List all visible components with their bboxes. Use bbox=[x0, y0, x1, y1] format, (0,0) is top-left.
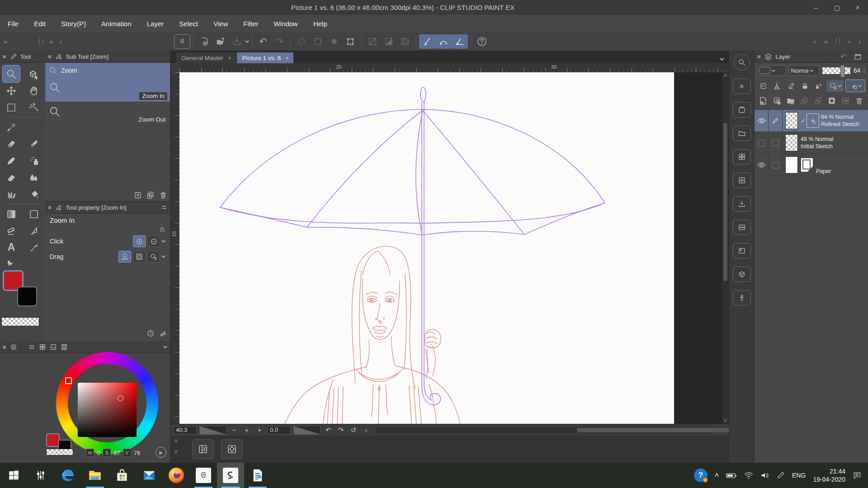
object-tool[interactable] bbox=[25, 66, 42, 82]
scroll-down-icon[interactable]: ˅ bbox=[722, 418, 729, 424]
lock-layer-icon[interactable] bbox=[799, 80, 811, 92]
create-layer-mask-icon[interactable] bbox=[826, 95, 838, 107]
rotate-slider[interactable] bbox=[293, 426, 321, 435]
delete-subtool-icon[interactable] bbox=[159, 191, 167, 199]
show-slider-icon[interactable] bbox=[161, 204, 167, 211]
menu-filter[interactable]: Filter bbox=[236, 15, 266, 32]
lock-transparent-pixels-icon[interactable] bbox=[813, 80, 825, 92]
marquee-tool[interactable] bbox=[3, 99, 20, 116]
mail-icon[interactable] bbox=[136, 463, 163, 488]
delete-layer-icon[interactable] bbox=[854, 95, 865, 107]
reselect-button[interactable] bbox=[310, 34, 326, 49]
layer-row-initial-sketch[interactable]: 48 % Normal Initial Sketch bbox=[755, 132, 868, 154]
reset-rotate-button[interactable]: ↺ bbox=[349, 426, 359, 435]
language-indicator[interactable]: ENG bbox=[792, 472, 806, 479]
duplicate-subtool-icon[interactable] bbox=[146, 191, 155, 199]
menu-edit[interactable]: Edit bbox=[26, 15, 53, 32]
tab-general-master[interactable]: General Master × bbox=[176, 52, 236, 63]
advanced-settings-icon[interactable] bbox=[159, 329, 167, 338]
layer-palette-color-dropdown[interactable] bbox=[757, 65, 786, 76]
import-subtool-icon[interactable] bbox=[134, 191, 142, 199]
color-panel-dropdown-icon[interactable] bbox=[163, 346, 167, 348]
pencil-tool[interactable] bbox=[25, 136, 42, 152]
material-grid-palette-icon[interactable] bbox=[733, 149, 751, 164]
blend-tool[interactable] bbox=[25, 169, 42, 186]
vertical-scroll-thumb[interactable] bbox=[723, 123, 727, 281]
layer-row-paper[interactable]: Paper bbox=[755, 154, 868, 176]
click-zoom-out-option[interactable] bbox=[147, 235, 160, 247]
rotate-right-button[interactable]: ↷ bbox=[336, 426, 346, 435]
subtool-item-zoom-out[interactable]: Zoom Out bbox=[45, 102, 170, 126]
opacity-value[interactable]: 64 bbox=[854, 67, 861, 74]
airbrush-tool[interactable] bbox=[25, 152, 42, 169]
color-panel-expand-icon[interactable]: ▶ bbox=[156, 447, 166, 458]
layer-visibility-icon[interactable] bbox=[755, 110, 769, 131]
sv-marker[interactable] bbox=[118, 395, 123, 401]
move-tool[interactable] bbox=[3, 82, 20, 99]
tone-palette-icon[interactable] bbox=[733, 173, 751, 188]
action-center-icon[interactable] bbox=[853, 471, 862, 480]
writer-document-icon[interactable] bbox=[244, 463, 271, 488]
strip-up-icon[interactable]: ˄ bbox=[174, 437, 178, 445]
reset-settings-icon[interactable] bbox=[146, 329, 155, 338]
fit-screen-button[interactable]: ▪ bbox=[255, 426, 264, 435]
mask-on-icon[interactable] bbox=[397, 34, 413, 49]
layer-thumbnail[interactable] bbox=[785, 112, 798, 129]
apply-mask-icon[interactable] bbox=[840, 95, 851, 107]
workspace-layout-button[interactable] bbox=[192, 439, 214, 459]
opacity-slider-handle[interactable] bbox=[840, 65, 845, 77]
menu-animation[interactable]: Animation bbox=[94, 15, 139, 32]
canvas-settings-button[interactable] bbox=[221, 439, 243, 459]
opacity-slider[interactable] bbox=[822, 67, 851, 75]
task-view-button[interactable] bbox=[27, 463, 54, 488]
collapse-left-icon[interactable]: « bbox=[4, 38, 7, 45]
menu-view[interactable]: View bbox=[206, 15, 236, 32]
layer-thumbnail[interactable] bbox=[785, 134, 798, 151]
transparent-chip[interactable] bbox=[46, 449, 73, 455]
pose-palette-icon[interactable] bbox=[733, 290, 751, 305]
collapse-nav-icon[interactable]: ‹ bbox=[361, 426, 371, 435]
horizontal-scrollbar[interactable] bbox=[376, 427, 714, 433]
animation-palette-icon[interactable] bbox=[854, 53, 862, 61]
brush-tool[interactable] bbox=[3, 152, 20, 169]
zoom-tool[interactable] bbox=[3, 66, 20, 82]
tab-list-dropdown-icon[interactable] bbox=[720, 58, 729, 63]
color-set-tab-icon[interactable] bbox=[39, 343, 46, 351]
tab-close-icon[interactable]: × bbox=[228, 55, 231, 61]
decoration-tool[interactable] bbox=[3, 186, 20, 202]
close-palette-icon[interactable]: × bbox=[733, 79, 751, 94]
get-help-tray-icon[interactable]: ? bbox=[694, 469, 708, 482]
redo-button[interactable]: ↷ bbox=[271, 34, 288, 49]
new-vector-layer-icon[interactable] bbox=[771, 95, 783, 107]
zoom-slider[interactable] bbox=[199, 426, 226, 435]
layer-thumbnail[interactable] bbox=[785, 156, 798, 174]
drag-options-dropdown-icon[interactable] bbox=[161, 255, 165, 258]
layer-visibility-toggle[interactable] bbox=[755, 132, 769, 154]
ruler-tool[interactable] bbox=[3, 222, 20, 239]
saturation-value-square[interactable] bbox=[78, 383, 137, 437]
download-palette-icon[interactable] bbox=[733, 196, 751, 211]
menu-file[interactable]: File bbox=[0, 15, 26, 32]
panel-menu-icon[interactable]: ≡ bbox=[48, 53, 52, 60]
image-material-palette-icon[interactable] bbox=[733, 220, 751, 235]
collapse-arrow-icon[interactable]: ‹ bbox=[60, 38, 62, 45]
dock-grip[interactable] bbox=[39, 38, 43, 45]
gradient-tool[interactable] bbox=[3, 206, 20, 222]
scroll-up-icon[interactable]: ˄ bbox=[722, 72, 729, 79]
canvas-area[interactable] bbox=[179, 72, 722, 424]
transfer-layer-icon[interactable] bbox=[798, 95, 810, 107]
open-file-button[interactable] bbox=[212, 34, 229, 49]
layer-visibility-icon[interactable] bbox=[755, 154, 769, 176]
edge-icon[interactable] bbox=[54, 463, 81, 488]
panel-menu-icon[interactable]: ≡ bbox=[757, 53, 761, 60]
mask-off-icon[interactable] bbox=[364, 34, 381, 49]
pen-tool[interactable] bbox=[3, 136, 20, 152]
close-button[interactable]: × bbox=[847, 0, 868, 15]
deselect-button[interactable] bbox=[293, 34, 310, 49]
rotate-value-field[interactable]: 0.0 bbox=[267, 426, 291, 434]
tab-close-icon[interactable]: × bbox=[285, 55, 289, 61]
new-raster-layer-icon[interactable] bbox=[757, 95, 769, 107]
snap-special-ruler-button[interactable] bbox=[435, 34, 452, 49]
maximize-button[interactable]: ▢ bbox=[826, 0, 847, 15]
wifi-icon[interactable] bbox=[744, 472, 753, 479]
